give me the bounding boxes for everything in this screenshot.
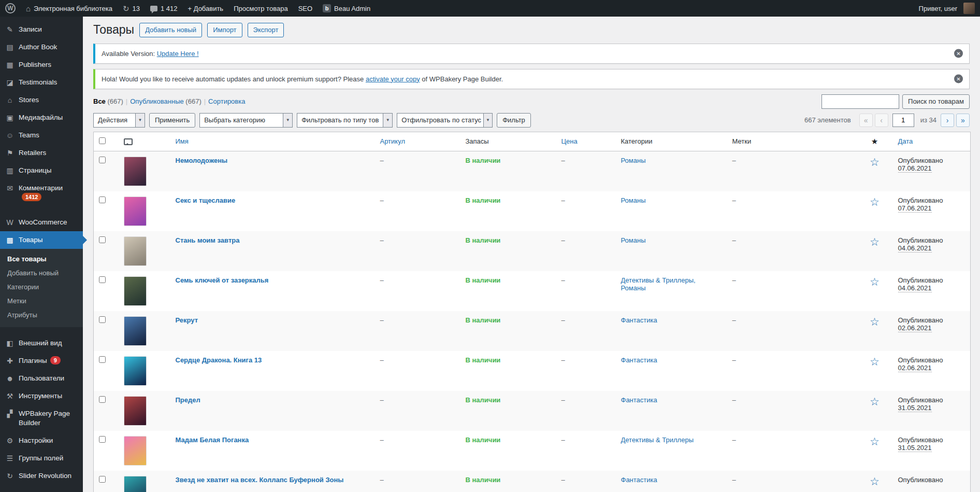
row-checkbox[interactable] [99,476,106,483]
feature-star-icon[interactable] [870,276,880,288]
product-name-link[interactable]: Стань моим завтра [176,236,240,244]
sidebar-item[interactable]: ✎ Записи [0,21,83,38]
search-products-input[interactable] [822,94,899,109]
product-thumbnail[interactable] [124,356,147,386]
sidebar-item[interactable]: ▣ Медиафайлы [0,109,83,126]
seo-menu-button[interactable]: SEO [293,0,318,17]
category-link[interactable]: Фантастика [621,476,657,484]
product-name-link[interactable]: Сердце Дракона. Книга 13 [176,356,262,364]
product-name-link[interactable]: Рекрут [176,316,198,324]
apply-button[interactable]: Применить [149,113,195,128]
product-thumbnail[interactable] [124,196,147,226]
product-thumbnail[interactable] [124,316,147,346]
feature-star-icon[interactable] [870,196,880,208]
product-name-link[interactable]: Мадам Белая Поганка [176,436,249,444]
site-name-link[interactable]: Электронная библиотека [21,0,118,17]
row-checkbox[interactable] [99,196,106,203]
sidebar-subitem[interactable]: Метки [0,294,83,308]
product-name-link[interactable]: Звезд не хватит на всех. Коллапс Буферно… [176,476,344,484]
row-checkbox[interactable] [99,396,106,403]
row-checkbox[interactable] [99,236,106,243]
product-thumbnail[interactable] [124,276,147,306]
view-all-link[interactable]: Все (667) [93,97,123,105]
category-filter-select[interactable]: Выбрать категорию [199,113,293,128]
sidebar-item[interactable]: ▦ Publishers [0,56,83,74]
sidebar-item[interactable]: ⚙ Настройки [0,432,83,449]
feature-star-icon[interactable] [870,396,880,407]
row-checkbox[interactable] [99,157,106,163]
row-checkbox[interactable] [99,356,106,363]
sidebar-item[interactable]: ⌂ Stores [0,91,83,109]
category-link[interactable]: Детективы & Триллеры, Романы [621,276,696,292]
category-link[interactable]: Детективы & Триллеры [621,436,694,444]
row-checkbox[interactable] [99,276,106,283]
sidebar-subitem[interactable]: Добавить новый [0,266,83,280]
wordpress-menu-button[interactable] [0,0,21,17]
sidebar-subitem[interactable]: Все товары [0,252,83,266]
category-link[interactable]: Романы [621,157,646,164]
sidebar-item[interactable]: ☻ Пользователи [0,370,83,387]
feature-star-icon[interactable] [870,316,880,328]
sidebar-item[interactable]: ↻ Slider Revolution [0,467,83,485]
view-sorting-link[interactable]: Сортировка [208,97,245,105]
sidebar-item[interactable]: ▞ WPBakery Page Builder [0,405,83,432]
next-page-button[interactable]: › [941,114,954,127]
comments-button[interactable]: 1 412 [145,0,183,17]
stock-status-filter-select[interactable]: Отфильтровать по статус [397,113,493,128]
sidebar-item[interactable]: ◧ Внешний вид [0,334,83,352]
sort-by-price-header[interactable]: Цена [556,132,616,151]
my-account-button[interactable]: Привет, user [914,0,980,17]
category-link[interactable]: Романы [621,236,646,244]
category-link[interactable]: Романы [621,196,646,204]
sidebar-subitem[interactable]: Атрибуты [0,308,83,322]
product-type-filter-select[interactable]: Фильтровать по типу тов [297,113,393,128]
sidebar-item[interactable]: ☰ Группы полей [0,449,83,467]
sort-by-name-header[interactable]: Имя [170,132,375,151]
update-here-link[interactable]: Update Here ! [157,50,199,58]
sidebar-item-products[interactable]: ▩ Товары [0,231,83,249]
feature-star-icon[interactable] [870,475,880,487]
feature-star-icon[interactable] [870,236,880,248]
product-name-link[interactable]: Немолодожены [176,157,228,164]
search-products-button[interactable]: Поиск по товарам [902,94,970,109]
select-all-checkbox[interactable] [99,137,106,144]
product-thumbnail[interactable] [124,396,147,426]
product-thumbnail[interactable] [124,476,147,492]
category-link[interactable]: Фантастика [621,396,657,404]
product-name-link[interactable]: Предел [176,396,200,404]
import-button[interactable]: Импорт [207,23,242,37]
sort-by-date-header[interactable]: Дата [893,132,971,151]
filter-button[interactable]: Фильтр [497,113,531,128]
category-link[interactable]: Фантастика [621,316,657,324]
view-published-link[interactable]: Опубликованные (667) [130,97,201,105]
sidebar-item[interactable]: ▤ Author Book [0,38,83,56]
sort-by-sku-header[interactable]: Артикул [375,132,460,151]
dismiss-notice-button[interactable] [954,75,963,83]
view-product-button[interactable]: Просмотр товара [228,0,293,17]
feature-star-icon[interactable] [870,356,880,368]
activate-copy-link[interactable]: activate your copy [366,75,420,83]
product-thumbnail[interactable] [124,436,147,466]
row-checkbox[interactable] [99,436,106,443]
sidebar-item[interactable]: ☺ Teams [0,126,83,144]
sidebar-item-woocommerce[interactable]: W WooCommerce [0,214,83,231]
product-name-link[interactable]: Семь ключей от зазеркалья [176,276,269,284]
sidebar-subitem[interactable]: Категории [0,280,83,294]
sidebar-item[interactable]: ✉ Комментарии1412 [0,179,83,206]
updates-button[interactable]: 13 [118,0,145,17]
bulk-actions-select[interactable]: Действия [93,113,145,128]
sidebar-item[interactable]: ◪ Testimonials [0,74,83,91]
product-thumbnail[interactable] [124,236,147,266]
category-link[interactable]: Фантастика [621,356,657,364]
product-thumbnail[interactable] [124,157,147,186]
export-button[interactable]: Экспорт [248,23,284,37]
sidebar-item[interactable]: ✚ Плагины9 [0,352,83,370]
sidebar-item[interactable]: ▥ Страницы [0,162,83,179]
add-new-button[interactable]: Добавить новый [139,23,202,37]
current-page-input[interactable] [892,114,914,127]
last-page-button[interactable]: » [956,114,970,127]
feature-star-icon[interactable] [870,156,880,168]
sidebar-item[interactable]: ⚒ Инструменты [0,387,83,405]
row-checkbox[interactable] [99,316,106,323]
dismiss-notice-button[interactable] [954,49,963,58]
